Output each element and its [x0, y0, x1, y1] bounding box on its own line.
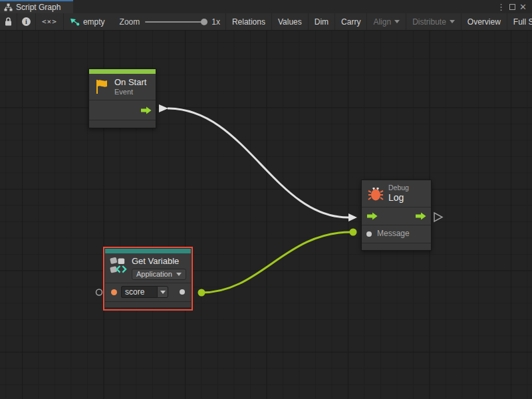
zoom-value: 1x [211, 17, 220, 27]
window-controls: ⋮ ✕ [497, 0, 532, 13]
node-debug-log[interactable]: Debug Log Message [361, 180, 432, 251]
relations-button[interactable]: Relations [226, 13, 272, 30]
zoom-control: Zoom 1x [114, 13, 225, 30]
chevron-down-icon [176, 273, 182, 276]
values-button[interactable]: Values [272, 13, 309, 30]
wires-layer [0, 31, 532, 399]
message-input-port[interactable] [366, 231, 372, 237]
graph-name-label: empty [83, 17, 105, 27]
zoom-slider-knob[interactable] [201, 19, 207, 25]
node-footer [105, 301, 191, 307]
control-wire[interactable] [168, 108, 348, 217]
value-output-port[interactable] [180, 289, 185, 295]
maximize-icon[interactable] [509, 4, 515, 10]
chevron-down-icon [450, 20, 455, 23]
zoom-label: Zoom [120, 17, 140, 27]
graph-hierarchy-icon [4, 3, 13, 11]
variable-name-value: score [125, 287, 144, 297]
variable-kind-value: Application [136, 270, 172, 278]
variables-icon [110, 256, 127, 276]
variable-color-strip [105, 249, 191, 253]
selection-outline: Get Variable Application score [103, 247, 193, 311]
unconnected-output-triangle[interactable] [434, 213, 442, 221]
variable-name-dropdown-button[interactable] [157, 286, 168, 298]
node-title: Get Variable [132, 256, 186, 267]
chevron-down-icon [160, 291, 166, 294]
value-wire-start-knob[interactable] [198, 289, 205, 297]
tab-label: Script Graph [16, 3, 61, 12]
control-wire-arrowhead[interactable] [348, 213, 357, 221]
flow-output-port[interactable] [140, 106, 152, 114]
close-icon[interactable]: ✕ [519, 3, 527, 11]
control-wire-start-knob[interactable] [159, 104, 168, 112]
carry-button[interactable]: Carry [335, 13, 367, 30]
info-icon: i [22, 17, 31, 26]
code-icon: <×> [42, 17, 57, 26]
graph-icon [70, 17, 80, 27]
zoom-slider[interactable] [145, 21, 206, 23]
info-button[interactable]: i [17, 13, 36, 30]
node-footer [362, 243, 431, 250]
window-menu-icon[interactable]: ⋮ [497, 3, 505, 11]
value-wire-end-knob[interactable] [350, 229, 357, 236]
bug-icon [368, 186, 384, 201]
variable-kind-dropdown[interactable]: Application [132, 269, 186, 280]
node-subtitle: Event [114, 88, 146, 97]
distribute-dropdown[interactable]: Distribute [406, 13, 462, 30]
node-footer [89, 120, 156, 128]
flow-input-port[interactable] [366, 212, 378, 220]
message-port-label: Message [377, 229, 410, 239]
node-on-start[interactable]: On Start Event [88, 68, 156, 128]
fullscreen-button[interactable]: Full Screen [507, 13, 532, 30]
flag-icon [95, 78, 110, 95]
value-wire[interactable] [201, 232, 351, 293]
lock-icon [5, 17, 12, 26]
dim-button[interactable]: Dim [309, 13, 335, 30]
overview-button[interactable]: Overview [462, 13, 507, 30]
flow-output-port[interactable] [415, 212, 426, 220]
tab-script-graph[interactable]: Script Graph [0, 0, 73, 13]
name-input-port[interactable] [111, 289, 117, 295]
graph-canvas[interactable]: On Start Event Debug Lo [0, 31, 532, 399]
chevron-down-icon [394, 20, 400, 23]
window-titlebar: Script Graph ⋮ ✕ [0, 0, 532, 13]
node-title: Log [388, 192, 409, 203]
unconnected-input-circle[interactable] [96, 289, 102, 295]
graph-breadcrumb[interactable]: empty [64, 13, 114, 30]
event-color-strip [89, 69, 156, 74]
node-subtitle: Debug [388, 184, 409, 192]
align-dropdown[interactable]: Align [367, 13, 406, 30]
lock-button[interactable] [0, 13, 17, 30]
code-preview-button[interactable]: <×> [36, 13, 64, 30]
graph-toolbar: i <×> empty Zoom 1x Relations Values Dim… [0, 13, 532, 31]
variable-name-field[interactable]: score [121, 286, 157, 298]
node-title: On Start [114, 77, 146, 88]
node-get-variable[interactable]: Get Variable Application score [105, 249, 191, 307]
